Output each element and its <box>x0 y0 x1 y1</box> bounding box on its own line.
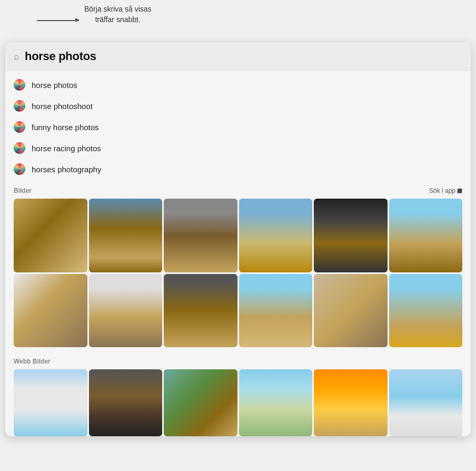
photo-cell-7[interactable] <box>14 274 87 348</box>
web-photo-cell-6[interactable] <box>389 369 463 436</box>
safari-icon-2 <box>14 100 25 112</box>
suggestion-text-1: horse photos <box>32 81 77 90</box>
photo-cell-5[interactable] <box>314 199 388 272</box>
safari-icon-4 <box>14 142 25 154</box>
photo-cell-12[interactable] <box>389 274 463 348</box>
tooltip-line2: träffar snabbt. <box>84 15 152 25</box>
tooltip-arrow <box>37 20 79 21</box>
suggestion-item-2[interactable]: horse photoshoot <box>5 95 471 116</box>
search-panel: ⌕ horse photos horse photos horse photos… <box>5 42 471 436</box>
photo-cell-10[interactable] <box>239 274 313 348</box>
bilder-title: Bilder <box>14 187 32 194</box>
suggestion-text-5: horses photography <box>32 165 102 174</box>
photo-cell-2[interactable] <box>89 199 163 272</box>
search-bar: ⌕ horse photos <box>5 42 471 71</box>
suggestion-item-1[interactable]: horse photos <box>5 74 471 95</box>
bilder-app-link[interactable]: Sök i app <box>429 187 462 194</box>
suggestion-item-4[interactable]: horse racing photos <box>5 138 471 159</box>
suggestions-list: horse photos horse photoshoot funny hors… <box>5 71 471 183</box>
web-photo-cell-3[interactable] <box>164 369 237 436</box>
webb-bilder-photo-grid <box>5 367 471 436</box>
webb-bilder-section-header: Webb Bilder <box>5 354 471 367</box>
safari-icon-5 <box>14 163 25 175</box>
suggestion-text-2: horse photoshoot <box>32 102 93 111</box>
tooltip: Börja skriva så visas träffar snabbt. <box>84 4 152 25</box>
webb-bilder-title: Webb Bilder <box>14 358 51 365</box>
suggestion-text-4: horse racing photos <box>32 144 101 153</box>
photo-cell-8[interactable] <box>89 274 163 348</box>
bilder-section-header: Bilder Sök i app <box>5 183 471 197</box>
suggestion-item-5[interactable]: horses photography <box>5 159 471 180</box>
photo-cell-9[interactable] <box>164 274 237 348</box>
photo-cell-1[interactable] <box>14 199 87 272</box>
safari-icon-3 <box>14 121 25 133</box>
bilder-photo-grid <box>5 197 471 354</box>
safari-icon-1 <box>14 79 25 91</box>
suggestion-item-3[interactable]: funny horse photos <box>5 116 471 138</box>
photo-cell-3[interactable] <box>164 199 237 272</box>
search-icon: ⌕ <box>14 51 19 62</box>
web-photo-cell-1[interactable] <box>14 369 87 436</box>
web-photo-cell-4[interactable] <box>239 369 313 436</box>
photo-cell-6[interactable] <box>389 199 463 272</box>
web-photo-cell-2[interactable] <box>89 369 163 436</box>
photo-cell-4[interactable] <box>239 199 313 272</box>
photo-cell-11[interactable] <box>314 274 388 348</box>
search-input-display[interactable]: horse photos <box>25 50 96 63</box>
suggestion-text-3: funny horse photos <box>32 123 99 132</box>
web-photo-cell-5[interactable] <box>314 369 388 436</box>
tooltip-line1: Börja skriva så visas <box>84 4 152 15</box>
